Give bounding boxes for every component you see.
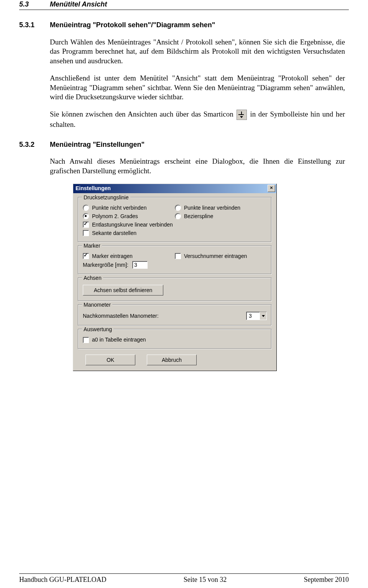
group-manometer: Manometer Nachkommastellen Manometer: 3 [78,304,272,326]
paragraph-1: Durch Wählen des Menüeintrages "Ansicht … [50,38,345,66]
subsection-1-header: 5.3.1 Menüeintrag "Protokoll sehen"/"Dia… [19,21,349,30]
group-legend: Achsen [82,274,103,281]
group-achsen: Achsen Achsen selbst definieren [78,278,272,301]
checkbox-sekante[interactable] [83,230,89,236]
footer-center: Seite 15 von 32 [184,575,227,584]
paragraph-4: Nach Anwahl dieses Menüeintrags erschein… [50,157,345,176]
group-drucksetzungslinie: Drucksetzungslinie Punkte nicht verbinde… [78,197,272,243]
section-title: Menütitel Ansicht [50,0,107,9]
group-legend: Auswertung [82,326,113,333]
markergroesse-label: Markergröße [mm]: [83,261,128,268]
subsection-1-number: 5.3.1 [19,21,50,30]
dialog-titlebar: Einstellungen × [73,184,276,193]
checkbox-entlastungskurve[interactable] [83,222,89,228]
subsection-2-header: 5.3.2 Menüeintrag "Einstellungen" [19,140,349,149]
subsection-1-title: Menüeintrag "Protokoll sehen"/"Diagramm … [50,21,215,30]
paragraph-2: Anschließend ist unter dem Menütitel "An… [50,74,345,102]
checkbox-label: a0 in Tabelle eintragen [92,336,146,343]
radio-polynom-2-grades[interactable] [83,213,89,219]
radio-bezierspline[interactable] [175,213,181,219]
markergroesse-input[interactable] [132,261,148,269]
subsection-2-number: 5.3.2 [19,140,50,149]
select-value: 3 [246,312,260,319]
radio-label: Punkte linear verbinden [184,204,240,211]
ok-button[interactable]: OK [85,355,135,365]
checkbox-a0-tabelle[interactable] [83,337,89,343]
section-number: 5.3 [19,0,50,9]
nachkommastellen-label: Nachkommastellen Manometer: [83,312,246,319]
nachkommastellen-select[interactable]: 3 [246,312,267,320]
section-header: 5.3 Menütitel Ansicht [19,0,349,10]
checkbox-marker-eintragen[interactable] [83,253,89,259]
close-button[interactable]: × [268,185,275,192]
checkbox-label: Marker eintragen [92,253,133,260]
checkbox-label: Entlastungskurve linear verbinden [92,221,173,228]
dialog-title: Einstellungen [76,185,111,192]
page-footer: Handbuch GGU-PLATELOAD Seite 15 von 32 S… [19,573,349,584]
settings-dialog: Einstellungen × Drucksetzungslinie Punkt… [73,184,277,371]
chevron-down-icon [260,312,266,320]
radio-label: Punkte nicht verbinden [92,204,146,211]
achsen-definieren-button[interactable]: Achsen selbst definieren [83,285,163,296]
checkbox-label: Sekante darstellen [92,230,136,237]
checkbox-versuchnummer[interactable] [175,253,181,259]
footer-right: September 2010 [304,575,349,584]
paragraph-3a: Sie können zwischen den Ansichten auch ü… [50,110,236,118]
radio-punkte-nicht-verbinden[interactable] [83,205,89,211]
group-legend: Manometer [82,301,112,308]
radio-punkte-linear-verbinden[interactable] [175,205,181,211]
cancel-button[interactable]: Abbruch [147,355,197,365]
paragraph-3: Sie können zwischen den Ansichten auch ü… [50,110,345,130]
group-auswertung: Auswertung a0 in Tabelle eintragen [78,329,272,349]
subsection-2-title: Menüeintrag "Einstellungen" [50,140,145,149]
checkbox-label: Versuchnummer eintragen [184,253,247,260]
radio-label: Polynom 2. Grades [92,213,138,220]
footer-left: Handbuch GGU-PLATELOAD [19,575,106,584]
toggle-view-icon[interactable] [237,110,247,120]
group-marker: Marker Marker eintragen Versuchnummer ei… [78,245,272,274]
radio-label: Bezierspline [184,213,213,220]
group-legend: Drucksetzungslinie [82,194,130,201]
group-legend: Marker [82,242,102,249]
